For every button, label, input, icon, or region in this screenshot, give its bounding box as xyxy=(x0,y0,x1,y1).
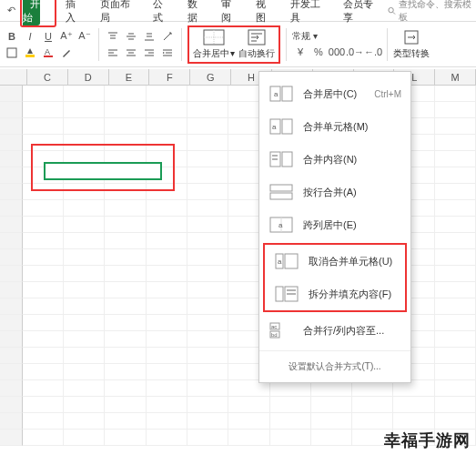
row-header[interactable] xyxy=(0,397,23,413)
tab-formula[interactable]: 公式 xyxy=(146,0,178,27)
cell[interactable] xyxy=(23,102,64,118)
cell[interactable] xyxy=(147,331,187,348)
cell[interactable] xyxy=(105,249,146,266)
tab-view[interactable]: 视图 xyxy=(248,0,281,27)
menu-split-fill[interactable]: 拆分并填充内容(F) xyxy=(265,278,405,310)
col-header[interactable]: G xyxy=(190,69,231,86)
cell[interactable] xyxy=(105,298,146,315)
align-center-icon[interactable] xyxy=(123,46,139,60)
underline-icon[interactable]: U xyxy=(40,29,56,44)
row-header[interactable] xyxy=(0,167,23,184)
cell[interactable] xyxy=(187,397,228,413)
col-header[interactable]: D xyxy=(68,69,109,86)
row-header[interactable] xyxy=(0,86,23,102)
cell[interactable] xyxy=(435,151,476,167)
cell[interactable] xyxy=(435,282,476,298)
row-header[interactable] xyxy=(0,102,23,118)
cell[interactable] xyxy=(105,315,146,331)
cell[interactable] xyxy=(187,217,228,233)
cell[interactable] xyxy=(64,364,105,380)
cell[interactable] xyxy=(435,413,476,430)
row-header[interactable] xyxy=(0,184,23,200)
row-header[interactable] xyxy=(0,315,23,331)
cell[interactable] xyxy=(435,266,476,282)
cell[interactable] xyxy=(147,266,187,282)
cell[interactable] xyxy=(105,266,146,282)
decimal-dec-icon[interactable]: ←.0 xyxy=(365,45,381,59)
orientation-icon[interactable] xyxy=(159,29,176,44)
cell[interactable] xyxy=(393,413,434,430)
row-header[interactable] xyxy=(0,135,23,151)
row-header[interactable] xyxy=(0,282,23,298)
cell[interactable] xyxy=(311,397,352,413)
cell[interactable] xyxy=(228,430,269,446)
menu-merge-rows[interactable]: 按行合并(A) xyxy=(259,176,410,208)
cell[interactable] xyxy=(270,397,311,413)
cell[interactable] xyxy=(435,397,476,413)
row-header[interactable] xyxy=(0,380,23,397)
align-middle-icon[interactable] xyxy=(123,29,139,44)
cell[interactable] xyxy=(187,167,228,184)
tab-start[interactable]: 开始 xyxy=(23,0,40,25)
cell[interactable] xyxy=(105,200,146,217)
cell[interactable] xyxy=(147,282,187,298)
cell[interactable] xyxy=(64,315,105,331)
cell[interactable] xyxy=(435,167,476,184)
cell[interactable] xyxy=(147,233,187,249)
cell[interactable] xyxy=(105,397,146,413)
cell[interactable] xyxy=(311,430,352,446)
cell[interactable] xyxy=(147,102,187,118)
row-header[interactable] xyxy=(0,266,23,282)
cell[interactable] xyxy=(105,86,146,102)
cell[interactable] xyxy=(187,380,228,397)
tab-review[interactable]: 审阅 xyxy=(214,0,247,27)
cell[interactable] xyxy=(64,266,105,282)
cell[interactable] xyxy=(23,331,64,348)
cell[interactable] xyxy=(64,86,105,102)
row-header[interactable] xyxy=(0,331,23,348)
cell[interactable] xyxy=(435,200,476,217)
cell[interactable] xyxy=(435,364,476,380)
menu-unmerge[interactable]: a 取消合并单元格(U) xyxy=(265,245,405,278)
align-left-icon[interactable] xyxy=(105,46,121,60)
cell[interactable] xyxy=(147,118,187,135)
cell[interactable] xyxy=(64,118,105,135)
cell[interactable] xyxy=(147,348,187,364)
cell[interactable] xyxy=(64,380,105,397)
cell[interactable] xyxy=(187,348,228,364)
row-header[interactable] xyxy=(0,413,23,430)
cell[interactable] xyxy=(64,430,105,446)
cell[interactable] xyxy=(23,348,64,364)
cell[interactable] xyxy=(64,217,105,233)
cell[interactable] xyxy=(147,364,187,380)
cell[interactable] xyxy=(435,348,476,364)
menu-across-center[interactable]: a 跨列居中(E) xyxy=(259,208,410,241)
cell[interactable] xyxy=(187,102,228,118)
cell[interactable] xyxy=(105,348,146,364)
cell[interactable] xyxy=(187,135,228,151)
tab-dev[interactable]: 开发工具 xyxy=(283,0,334,27)
cell[interactable] xyxy=(435,298,476,315)
tab-member[interactable]: 会员专享 xyxy=(336,0,387,27)
align-right-icon[interactable] xyxy=(141,46,157,60)
cell[interactable] xyxy=(23,298,64,315)
cell[interactable] xyxy=(187,118,228,135)
cell[interactable] xyxy=(147,249,187,266)
row-header[interactable] xyxy=(0,348,23,364)
cell[interactable] xyxy=(187,364,228,380)
merged-cell-selection[interactable] xyxy=(44,162,162,180)
cell[interactable] xyxy=(352,397,393,413)
cell[interactable] xyxy=(147,315,187,331)
cell[interactable] xyxy=(352,413,393,430)
cell[interactable] xyxy=(64,282,105,298)
cell[interactable] xyxy=(435,135,476,151)
cell[interactable] xyxy=(23,249,64,266)
cell[interactable] xyxy=(187,86,228,102)
cell[interactable] xyxy=(311,413,352,430)
cell[interactable] xyxy=(64,249,105,266)
bold-icon[interactable]: B xyxy=(4,29,20,44)
cell[interactable] xyxy=(105,217,146,233)
cell[interactable] xyxy=(147,298,187,315)
col-header[interactable]: E xyxy=(109,69,150,86)
cell[interactable] xyxy=(147,86,187,102)
